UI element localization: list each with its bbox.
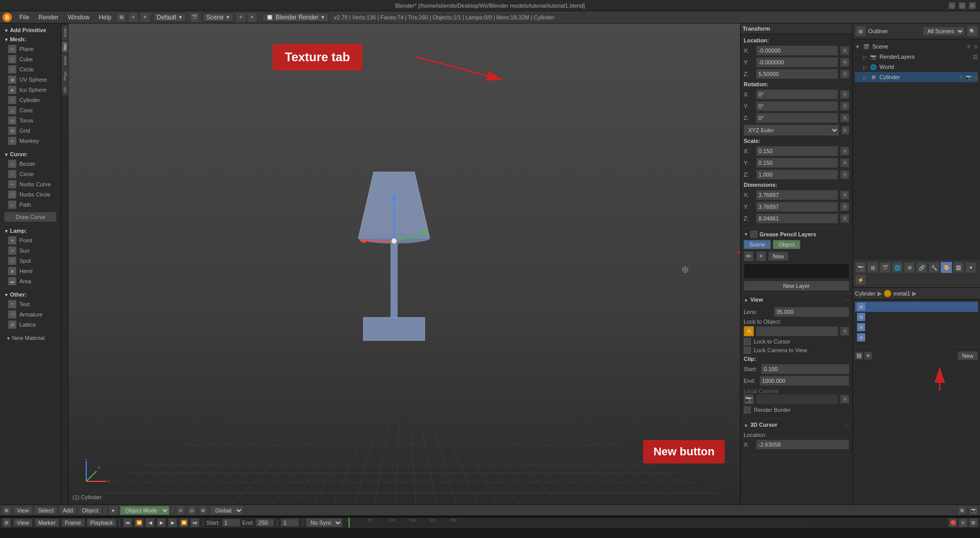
rot-z-copy[interactable]: ⎘ xyxy=(840,113,849,123)
lock-object-input[interactable] xyxy=(756,326,838,336)
mat-layer-3[interactable]: ⊞ xyxy=(855,322,978,332)
object-btn[interactable]: Object xyxy=(79,506,102,515)
render-layers-btn[interactable]: ⊞ xyxy=(867,262,878,273)
tl-icon3[interactable]: ⊞ xyxy=(969,518,978,527)
workspace-selector[interactable]: Default ▼ xyxy=(153,13,186,22)
viewport-overlay-btn[interactable]: ⊞ xyxy=(958,506,967,515)
dim-x-copy[interactable]: ⎘ xyxy=(840,190,849,200)
loc-z-input[interactable] xyxy=(756,69,838,79)
del-screen-btn[interactable]: × xyxy=(140,12,150,22)
scene-add-btn[interactable]: + xyxy=(236,12,246,22)
timeline-marker-btn[interactable]: Marker xyxy=(35,519,59,527)
lens-input[interactable] xyxy=(774,307,849,317)
scene-del-btn[interactable]: × xyxy=(247,12,257,22)
lock-obj-copy[interactable]: ⎘ xyxy=(840,327,849,336)
jump-end-btn[interactable]: ⏭ xyxy=(190,518,200,527)
local-cam-input[interactable] xyxy=(756,394,838,404)
next-frame-btn[interactable]: ⏩ xyxy=(179,518,188,527)
scene-props-btn[interactable]: 🎬 xyxy=(879,262,891,273)
gp-scene-btn[interactable]: Scene xyxy=(744,240,771,249)
draw-curve-button[interactable]: Draw Curve xyxy=(4,212,57,222)
clip-end-input[interactable] xyxy=(760,376,849,386)
global-dropdown[interactable]: Global xyxy=(210,506,243,515)
play-btn[interactable]: ▶ xyxy=(157,518,166,527)
add-cone[interactable]: △ Cone xyxy=(0,105,61,115)
tl-icon2[interactable]: ⊙ xyxy=(959,518,968,527)
timeline-type-icon[interactable]: ⊞ xyxy=(2,518,11,527)
add-curve-circle[interactable]: ○ Circle xyxy=(0,169,61,179)
prev-frame-btn[interactable]: ⏪ xyxy=(134,518,143,527)
add-cube[interactable]: ◻ Cube xyxy=(0,54,61,64)
add-lattice[interactable]: ⊞ Lattice xyxy=(0,320,61,330)
dim-x-input[interactable] xyxy=(756,190,838,200)
clip-start-input[interactable] xyxy=(761,364,849,374)
maximize-button[interactable]: □ xyxy=(959,2,966,9)
rot-y-input[interactable] xyxy=(756,101,838,111)
file-menu[interactable]: File xyxy=(15,13,33,22)
scale-x-copy[interactable]: ⎘ xyxy=(840,146,849,156)
add-sun[interactable]: ☀ Sun xyxy=(0,246,61,256)
add-armature[interactable]: ⊣ Armature xyxy=(0,309,61,320)
tree-scene[interactable]: ▼ 🎬 Scene 👁 ⚙ xyxy=(855,41,978,52)
scale-z-input[interactable] xyxy=(756,169,838,180)
material-btn[interactable]: 🎨 xyxy=(941,262,952,273)
close-button[interactable]: × xyxy=(969,2,976,9)
gp-new-layer-button[interactable]: New Layer xyxy=(744,281,849,291)
render-props-btn[interactable]: 📷 xyxy=(855,262,866,273)
timeline-view-btn[interactable]: View xyxy=(13,519,33,527)
minimize-button[interactable]: − xyxy=(948,2,955,9)
rotation-mode-dropdown[interactable]: XYZ Euler xyxy=(744,125,839,136)
outliner-search-btn[interactable]: 🔍 xyxy=(967,26,978,37)
mode-dropdown[interactable]: Object Mode xyxy=(120,506,169,515)
dim-z-input[interactable] xyxy=(756,213,838,224)
tl-icon1[interactable]: 🔴 xyxy=(948,518,958,527)
outliner-icon[interactable]: ⊞ xyxy=(855,26,866,37)
scale-x-input[interactable] xyxy=(756,146,838,156)
mat-layer-4[interactable]: ⊞ xyxy=(855,332,978,343)
viewport-camera-btn[interactable]: 📷 xyxy=(969,506,978,515)
local-cam-copy[interactable]: ⎘ xyxy=(840,395,849,404)
scene-selector-outliner[interactable]: All Scenes xyxy=(923,27,965,36)
physics-btn[interactable]: ⚡ xyxy=(855,274,866,285)
texture-btn[interactable]: 🖼 xyxy=(953,262,964,273)
viewport-shade-icon[interactable]: ● xyxy=(109,506,118,515)
mat-layer-1[interactable]: ⊞ xyxy=(855,302,978,312)
render-menu[interactable]: Render xyxy=(34,13,62,22)
proportional-btn[interactable]: ◎ xyxy=(187,506,197,515)
scale-y-copy[interactable]: ⎘ xyxy=(840,158,849,167)
timeline-playback-btn[interactable]: Playback xyxy=(87,519,117,527)
add-circle[interactable]: ○ Circle xyxy=(0,64,61,75)
world-props-btn[interactable]: 🌐 xyxy=(892,262,903,273)
prev-keyframe-btn[interactable]: ◀ xyxy=(145,518,155,527)
add-nurbs-circle[interactable]: ◯ Nurbs Circle xyxy=(0,189,61,200)
screen-layout-btn[interactable]: ⊞ xyxy=(116,12,127,22)
end-frame-input[interactable] xyxy=(256,519,274,527)
loc-x-input[interactable] xyxy=(756,45,838,56)
mat-add-icon[interactable]: + xyxy=(864,352,872,360)
add-monkey[interactable]: ♦ Monkey xyxy=(0,136,61,146)
add-cylinder[interactable]: ⬭ Cylinder xyxy=(0,95,61,105)
tab-tools[interactable]: Tools xyxy=(62,26,68,40)
object-props-btn[interactable]: ⚙ xyxy=(904,262,915,273)
window-menu[interactable]: Window xyxy=(64,13,94,22)
viewport-type-icon[interactable]: ⊞ xyxy=(2,506,11,515)
start-frame-input[interactable] xyxy=(222,519,240,527)
add-uvsphere[interactable]: ◉ UV Sphere xyxy=(0,75,61,85)
tab-grease[interactable]: GP xyxy=(62,84,68,95)
help-menu[interactable]: Help xyxy=(94,13,115,22)
rot-mode-copy[interactable]: ⎘ xyxy=(841,126,849,135)
gp-new-btn[interactable]: New xyxy=(768,252,789,261)
scene-selector[interactable]: Scene ▼ xyxy=(203,13,234,22)
add-point[interactable]: ✦ Point xyxy=(0,235,61,246)
select-btn[interactable]: Select xyxy=(35,506,58,515)
cursor-x-input[interactable] xyxy=(756,439,849,450)
viewport[interactable]: User Persp xyxy=(68,23,740,504)
engine-selector[interactable]: 🔲 Blender Render ▼ xyxy=(262,13,329,22)
tree-world[interactable]: ▷ 🌐 World xyxy=(855,62,978,72)
orientation-icon[interactable]: ⊕ xyxy=(199,506,208,515)
add-text[interactable]: T Text xyxy=(0,299,61,309)
add-hemi[interactable]: ◗ Hemi xyxy=(0,266,61,276)
new-material-btn[interactable]: New Material xyxy=(4,334,57,342)
add-bezier[interactable]: ∿ Bezier xyxy=(0,159,61,169)
mat-layer-2[interactable]: ⊞ xyxy=(855,312,978,322)
